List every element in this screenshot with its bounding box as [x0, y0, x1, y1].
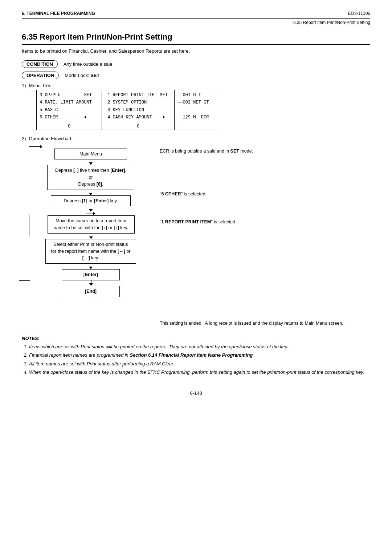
fc-enter-wrapper: [Enter] — [29, 269, 152, 286]
notes-list: Items which are set with Print status wi… — [22, 343, 370, 376]
operation-mode: SET — [90, 73, 99, 78]
fc-depress-down-wrapper: Depress [↓] five times then [Enter].orDe… — [29, 165, 152, 195]
menu-col2-row-2: 2 SYSTEM OPTION — [105, 99, 171, 106]
fc-note-7: This setting is ended. A long receipt is… — [160, 320, 370, 327]
note-item-4: When the open/close status of the key is… — [29, 369, 370, 376]
section-breadcrumb: 6.35 Report Item Print/Non-Print Setting — [22, 20, 370, 25]
fc-arrow-1 — [89, 162, 93, 165]
menu-col3-row-2: ──002 NET GT — [177, 99, 215, 106]
fc-note-3: "1 REPORT PRINT ITEM" is selected. — [160, 219, 370, 226]
operation-row: OPERATION Mode Lock: SET — [22, 72, 370, 79]
chapter-title: 6. TERMINAL FILE PROGRAMMING — [22, 11, 95, 16]
section-title: 6.35 Report Item Print/Non-Print Setting — [22, 32, 370, 45]
fc-select-print-wrapper: Select either Print or Non-print statusf… — [29, 239, 152, 269]
page-number: 6-148 — [22, 390, 370, 396]
fc-arrow-6 — [89, 283, 93, 286]
fc-line-1 — [91, 159, 91, 162]
section-name: Report Item Print/Non-Print Setting — [40, 32, 172, 41]
fc-left-arrow-entry — [86, 212, 95, 215]
fc-enter: [Enter] — [62, 269, 120, 280]
menu-tree-section: 1) Menu Tree 3 DP/PLU SET 4 RATE, LIMIT … — [22, 83, 370, 130]
fc-select-print: Select either Print or Non-print statusf… — [45, 239, 136, 264]
fc-line-6 — [91, 280, 91, 283]
flowchart-right: ECR is being outside a sale and in SET m… — [160, 145, 370, 327]
condition-text: Any time outside a sale — [64, 61, 112, 67]
fc-note-1: ECR is being outside a sale and in SET m… — [160, 148, 370, 155]
fc-loop-back — [29, 280, 152, 286]
operation-text: Mode Lock: SET — [65, 73, 99, 78]
fc-arrow-3 — [89, 209, 93, 212]
menu-col2-row-1: ─1 REPORT PRINT ITE SET — [105, 92, 171, 99]
notes-title: NOTES: — [22, 336, 370, 341]
flowchart-left: Main Menu Depress [↓] five times then [E… — [29, 145, 152, 327]
intro-text: Items to be printed on Financial, Cashie… — [22, 48, 370, 54]
fc-line-3 — [91, 206, 91, 209]
fc-arrow-5 — [89, 267, 93, 269]
menu-col2-row-4: 4 CASH KEY AMOUNT ♦ — [105, 114, 171, 121]
fc-end: [End] — [62, 286, 120, 297]
fc-arrow-4 — [89, 236, 93, 239]
fc-depress-down: Depress [↓] five times then [Enter].orDe… — [47, 165, 134, 190]
menu-row-3: 5 BASIC — [40, 106, 99, 114]
note-item-3: All item names are set with Print status… — [29, 360, 370, 368]
menu-row-2: 4 RATE, LIMIT AMOUNT — [40, 99, 99, 106]
flowchart-wrapper: Main Menu Depress [↓] five times then [E… — [29, 145, 370, 327]
fc-line-2 — [91, 190, 91, 193]
fc-line-5 — [91, 264, 91, 267]
note-item-1: Items which are set with Print status wi… — [29, 343, 370, 351]
fc-main-menu-wrapper: Main Menu — [29, 149, 152, 165]
fc-end-wrapper: [End] — [29, 286, 152, 297]
operation-badge: OPERATION — [22, 72, 59, 79]
condition-badge: CONDITION — [22, 60, 58, 68]
flowchart-section: 2) Operation Flowchart Main Menu — [22, 136, 370, 327]
flowchart-sublabel: Operation Flowchart — [29, 136, 72, 141]
condition-row: CONDITION Any time outside a sale — [22, 60, 370, 68]
flowchart-label: 2) — [22, 136, 26, 141]
menu-col2-row-3: 3 KEY FUNCTION — [105, 106, 171, 114]
notes-section: NOTES: Items which are set with Print st… — [22, 336, 370, 376]
menu-tree-label: 1) — [22, 83, 26, 88]
fc-move-cursor-row: Move the cursor on to a report itemname … — [29, 212, 152, 239]
menu-col3-bottom — [175, 123, 218, 130]
fc-entry-arrow — [29, 145, 152, 149]
section-number: 6.35 — [22, 32, 37, 41]
fc-line-4 — [91, 234, 91, 236]
menu-row-4: 6 OTHER ─────────♦ — [40, 114, 99, 121]
menu-col3-row-1: ──001 G T — [177, 92, 215, 99]
fc-after-enter — [30, 280, 152, 286]
fc-move-cursor-col: Move the cursor on to a report itemname … — [29, 212, 152, 239]
page-header: 6. TERMINAL FILE PROGRAMMING EO3-11106 — [22, 11, 370, 19]
fc-move-cursor: Move the cursor on to a report itemname … — [48, 215, 135, 234]
doc-number: EO3-11106 — [348, 11, 370, 16]
menu-tree-table: 3 DP/PLU SET 4 RATE, LIMIT AMOUNT 5 BASI… — [36, 90, 218, 130]
fc-note-2: "6 OTHER" is selected. — [160, 191, 370, 198]
menu-row-1: 3 DP/PLU SET — [40, 92, 99, 99]
fc-depress-1-wrapper: Depress [1] or [Enter] key. — [29, 195, 152, 212]
menu-col2-bottom: 0 — [102, 123, 175, 130]
fc-depress-1: Depress [1] or [Enter] key. — [51, 195, 131, 207]
fc-main-menu: Main Menu — [54, 149, 127, 160]
fc-arrow-2 — [89, 193, 93, 195]
menu-col3-row-3 — [177, 106, 215, 114]
menu-col3-row-4: 129 M. DCR — [177, 114, 215, 121]
menu-tree-sublabel: Menu Tree — [29, 83, 52, 88]
note-item-2: Financial report item names are programm… — [29, 352, 370, 359]
menu-col1-bottom: 0 — [37, 123, 102, 130]
menu-tree-diagram: 3 DP/PLU SET 4 RATE, LIMIT AMOUNT 5 BASI… — [36, 90, 370, 130]
